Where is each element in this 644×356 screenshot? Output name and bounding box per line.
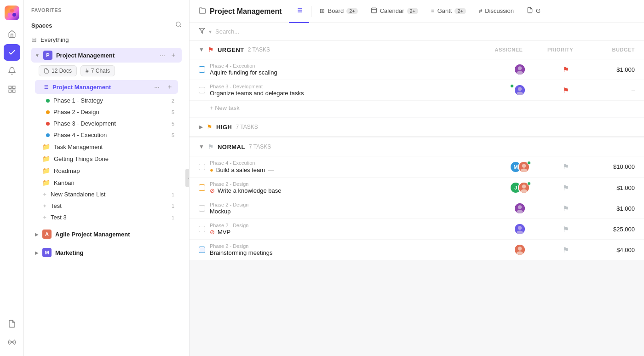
- high-chevron-icon[interactable]: ▶: [199, 124, 203, 130]
- task-phase: Phase 3 - Development: [210, 84, 497, 89]
- priority-flag-icon: ⚑: [563, 162, 569, 171]
- broadcast-icon[interactable]: [4, 334, 20, 350]
- task-info: Phase 3 - Development Organize teams and…: [210, 84, 497, 97]
- task-status-icon: ⊘: [210, 187, 215, 194]
- new-task-row[interactable]: + New task: [190, 101, 644, 117]
- urgent-count: 2 TASKS: [248, 46, 270, 53]
- task-phase: Phase 2 - Design: [210, 202, 497, 207]
- grid-icon[interactable]: [4, 81, 20, 98]
- tab-discussion[interactable]: # Discussion: [472, 0, 520, 23]
- standalone-test-label: Test: [51, 202, 62, 209]
- list-item-phase3[interactable]: Phase 3 - Development 5: [35, 118, 178, 129]
- svg-point-47: [517, 251, 523, 255]
- task-row[interactable]: Phase 2 - Design Brainstorming meetings: [190, 240, 644, 260]
- task-row[interactable]: Phase 2 - Design ⊘ MVP: [190, 219, 644, 240]
- folder-gtd-label: Getting Things Done: [54, 155, 109, 162]
- task-info: Phase 4 - Execution ● Build a sales team…: [210, 160, 497, 173]
- task-row[interactable]: Phase 3 - Development Organize teams and…: [190, 80, 644, 101]
- task-budget: –: [589, 87, 635, 94]
- normal-header[interactable]: ▼ ⚑ NORMAL 7 TASKS: [190, 138, 644, 156]
- task-check[interactable]: [199, 66, 205, 73]
- project-name: Project Management: [210, 7, 282, 16]
- priority-flag-icon: ⚑: [563, 65, 569, 74]
- space-more-icon[interactable]: ···: [158, 51, 167, 60]
- everything-label: Everything: [40, 36, 69, 43]
- task-assignee: [497, 63, 543, 75]
- filter-icon[interactable]: [199, 28, 205, 35]
- task-check[interactable]: [199, 184, 205, 191]
- discussion-tab-label: Discussion: [485, 7, 514, 14]
- home-icon[interactable]: [4, 26, 20, 42]
- normal-chevron-icon[interactable]: ▼: [199, 144, 204, 150]
- folder-kanban[interactable]: 📁 Kanban: [35, 177, 178, 189]
- folder-roadmap-label: Roadmap: [54, 167, 80, 174]
- top-nav: Project Management ⊞ Board 2+ Calen: [190, 0, 644, 23]
- standalone-new-list[interactable]: ✦ New Standalone List 1: [35, 189, 178, 200]
- svg-point-44: [517, 230, 523, 234]
- task-name: ● Build a sales team —: [210, 166, 497, 173]
- bell-icon[interactable]: [4, 63, 20, 79]
- urgent-chevron-icon[interactable]: ▼: [199, 46, 204, 53]
- task-row[interactable]: Phase 4 - Execution ● Build a sales team…: [190, 156, 644, 178]
- tab-gantt[interactable]: ≡ Gantt 2+: [425, 0, 472, 23]
- svg-point-1: [8, 13, 12, 17]
- standalone-test3[interactable]: ✦ Test 3 1: [35, 212, 178, 223]
- pm-add-icon[interactable]: ＋: [165, 82, 174, 92]
- standalone-icon-new: ✦: [42, 191, 47, 198]
- phase3-label: Phase 3 - Development: [53, 120, 164, 127]
- folder-roadmap[interactable]: 📁 Roadmap: [35, 165, 178, 177]
- avatar: [514, 63, 526, 75]
- avatar: [514, 223, 526, 235]
- tab-list[interactable]: [289, 0, 309, 23]
- urgent-header[interactable]: ▼ ⚑ URGENT 2 TASKS ASSIGNEE PRIORITY BUD…: [190, 40, 644, 59]
- task-phase: Phase 4 - Execution: [210, 160, 497, 166]
- task-row[interactable]: Phase 4 - Execution Aquire funding for s…: [190, 59, 644, 80]
- doc-icon[interactable]: [4, 316, 20, 332]
- space-header-marketing[interactable]: ▶ M Marketing: [31, 245, 182, 260]
- task-check[interactable]: [199, 87, 205, 93]
- budget-header: BUDGET: [589, 47, 635, 52]
- task-check[interactable]: [199, 164, 205, 170]
- high-count: 7 TASKS: [236, 124, 258, 130]
- tab-calendar[interactable]: Calendar 2+: [364, 0, 425, 23]
- search-input[interactable]: [215, 28, 635, 35]
- space-header-agile[interactable]: ▶ A Agile Project Management: [31, 227, 182, 241]
- task-check[interactable]: [199, 205, 205, 212]
- folder-task-management[interactable]: 📁 Task Management: [35, 141, 178, 153]
- pm-more-icon[interactable]: ···: [152, 82, 161, 92]
- tab-board[interactable]: ⊞ Board 2+: [313, 0, 364, 23]
- standalone-test3-label: Test 3: [51, 214, 67, 221]
- task-budget: $1,000: [589, 184, 635, 191]
- task-info: Phase 2 - Design ⊘ Write a knowledge bas…: [210, 181, 497, 194]
- list-item-phase2[interactable]: Phase 2 - Design 5: [35, 106, 178, 118]
- svg-point-31: [518, 87, 522, 91]
- tab-doc[interactable]: G: [520, 0, 547, 23]
- task-info: Phase 2 - Design Mockup: [210, 202, 497, 215]
- phase1-count: 2: [168, 98, 174, 103]
- priority-flag-icon: ⚑: [563, 204, 569, 213]
- space-add-icon[interactable]: ＋: [169, 51, 178, 60]
- icon-rail: [0, 0, 24, 356]
- checkmark-icon[interactable]: [4, 44, 20, 61]
- docs-button[interactable]: 12 Docs: [39, 65, 77, 76]
- svg-line-9: [180, 26, 181, 27]
- sidebar-collapse-handle[interactable]: ‹: [185, 169, 190, 187]
- high-header[interactable]: ▶ ⚑ HIGH 7 TASKS: [190, 118, 644, 137]
- svg-point-0: [10, 9, 14, 12]
- everything-row[interactable]: ⊞ Everything: [24, 33, 189, 46]
- space-header-project-management[interactable]: ▼ P Project Management ··· ＋: [31, 48, 182, 63]
- marketing-avatar: M: [42, 248, 52, 257]
- task-check[interactable]: [199, 226, 205, 232]
- task-row[interactable]: Phase 2 - Design ⊘ Write a knowledge bas…: [190, 178, 644, 198]
- search-spaces-icon[interactable]: [175, 21, 182, 29]
- calendar-tab-badge: 2+: [407, 8, 419, 14]
- chats-button[interactable]: # 7 Chats: [80, 65, 115, 76]
- list-item-project-management[interactable]: Project Management ··· ＋: [35, 80, 178, 94]
- task-row[interactable]: Phase 2 - Design Mockup: [190, 198, 644, 219]
- list-item-phase4[interactable]: Phase 4 - Execution 5: [35, 129, 178, 141]
- standalone-test[interactable]: ✦ Test 1: [35, 200, 178, 212]
- list-item-phase1[interactable]: Phase 1 - Strategy 2: [35, 95, 178, 106]
- task-check[interactable]: [199, 247, 205, 253]
- filter-dropdown-icon[interactable]: ▾: [209, 29, 212, 35]
- folder-getting-things-done[interactable]: 📁 Getting Things Done: [35, 153, 178, 165]
